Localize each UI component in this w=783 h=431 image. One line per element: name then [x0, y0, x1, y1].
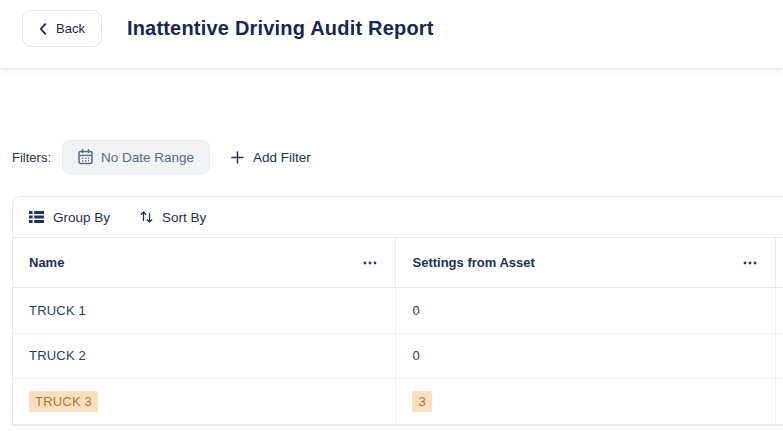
cell-settings-from-asset: 0: [396, 334, 776, 379]
ellipsis-icon[interactable]: [363, 261, 377, 265]
cell-settings-from-asset: 3: [396, 379, 776, 424]
group-by-button[interactable]: Group By: [29, 210, 110, 225]
sort-by-label: Sort By: [162, 210, 206, 225]
calendar-icon: [78, 149, 93, 165]
list-icon: [29, 211, 44, 223]
cell-settings-from-asset-value: 0: [412, 348, 419, 363]
table-header-row: Name Settings from Asset: [13, 237, 783, 288]
cell-settings-from-asset-value: 3: [412, 391, 431, 412]
filters-bar: Filters: No Date Range Add Filter: [12, 140, 783, 174]
cell-settings-from-asset-value: 0: [412, 303, 419, 318]
date-range-filter-button[interactable]: No Date Range: [62, 140, 210, 174]
cell-name: TRUCK 1: [13, 288, 396, 333]
cell-spacer: [776, 288, 783, 333]
table-row[interactable]: TRUCK 20: [13, 334, 783, 380]
page-header: Back Inattentive Driving Audit Report: [0, 0, 783, 69]
column-header-settings-from-asset[interactable]: Settings from Asset: [396, 238, 776, 287]
cell-spacer: [776, 334, 783, 379]
table-row[interactable]: TRUCK 33: [13, 379, 783, 425]
cell-name: TRUCK 3: [13, 379, 396, 424]
report-table-card: Group By Sort By Name: [12, 196, 783, 426]
add-filter-button[interactable]: Add Filter: [225, 140, 317, 174]
filters-label: Filters:: [12, 150, 51, 165]
sort-by-button[interactable]: Sort By: [140, 210, 206, 225]
cell-name: TRUCK 2: [13, 334, 396, 379]
table-row[interactable]: TRUCK 10: [13, 288, 783, 334]
cell-name-value: TRUCK 2: [29, 348, 86, 363]
cell-spacer: [776, 379, 783, 424]
column-header-name-label: Name: [29, 255, 64, 270]
sort-arrows-icon: [140, 210, 153, 224]
back-button-label: Back: [56, 21, 85, 36]
cell-name-value: TRUCK 3: [29, 391, 98, 412]
ellipsis-icon[interactable]: [743, 261, 757, 265]
cell-name-value: TRUCK 1: [29, 303, 86, 318]
table-body: TRUCK 10TRUCK 20TRUCK 33: [13, 288, 783, 425]
group-by-label: Group By: [53, 210, 110, 225]
column-header-spacer: [776, 238, 783, 287]
date-range-filter-label: No Date Range: [101, 150, 194, 165]
column-header-settings-label: Settings from Asset: [412, 255, 534, 270]
plus-icon: [231, 151, 244, 164]
column-header-name[interactable]: Name: [13, 238, 396, 287]
page-title: Inattentive Driving Audit Report: [127, 10, 434, 47]
table-toolbar: Group By Sort By: [13, 197, 783, 237]
back-button[interactable]: Back: [22, 10, 102, 47]
chevron-left-icon: [39, 23, 47, 35]
cell-settings-from-asset: 0: [396, 288, 776, 333]
add-filter-label: Add Filter: [253, 150, 311, 165]
